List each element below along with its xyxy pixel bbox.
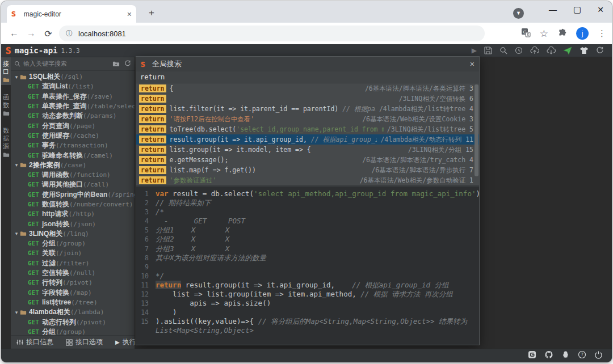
push-send-icon[interactable] (563, 46, 572, 55)
tree-api-item[interactable]: GET动态参数判断(/params) (11, 111, 135, 121)
tree-api-item[interactable]: GET使用Spring中的Bean(/spring (11, 190, 135, 200)
tree-api-item[interactable]: GET分页查询(/page) (11, 121, 135, 130)
close-button[interactable]: ✕ (589, 1, 612, 18)
tree-folder[interactable]: ▾2操作案例(/case) (11, 160, 135, 170)
forward-icon[interactable]: → (23, 28, 40, 39)
search-result-row[interactable]: returnlist.map(f => f.get())/6基本语法/脚本语法/… (136, 165, 479, 175)
api-path: (/page) (69, 122, 95, 130)
extensions-puzzle-icon[interactable] (557, 28, 567, 40)
modal-close-icon[interactable]: × (470, 60, 475, 69)
translate-icon[interactable]: G (521, 28, 531, 40)
execute-button[interactable]: ▶执行 (115, 337, 135, 347)
save-icon[interactable] (484, 46, 492, 54)
api-name: 数值转换 (42, 200, 69, 209)
upload-cloud-icon[interactable] (530, 46, 539, 54)
search-result-row-selected[interactable]: returnresult.group(it => it.api_group_id… (136, 134, 479, 145)
search-result-row[interactable]: return/3LINQ相关/空值转换 6 (136, 94, 479, 104)
tree-api-item[interactable]: GET关联(/join) (11, 248, 135, 258)
tree-api-item[interactable]: GET分组(/group) (11, 239, 135, 248)
tree-folder[interactable]: ▾4lambda相关(/lambda) (11, 307, 135, 317)
chevron-down-icon[interactable]: ▾ (13, 74, 20, 80)
tree-api-item[interactable]: GET行转列(/pivot) (11, 278, 135, 287)
help-icon[interactable]: ? (578, 350, 586, 361)
bookmark-star-icon[interactable]: ☆ (540, 28, 548, 40)
profile-avatar[interactable]: j (576, 27, 589, 40)
power-logout-icon[interactable] (594, 350, 603, 361)
side-tab-active[interactable]: 接口 (1, 57, 11, 85)
search-result-row[interactable]: returntoTree(db.select('select id,group_… (136, 124, 479, 134)
tree-api-item[interactable]: GET驼峰命名转换(/camel) (11, 150, 135, 160)
search-result-row[interactable]: return'参数验证通过'/6基本语法/Web相关/参数自动验证 1 (136, 175, 479, 185)
new-group-folder-icon[interactable] (112, 59, 120, 69)
browser-tab[interactable]: S magic-editor × (7, 5, 136, 23)
browser-menu-icon[interactable]: ⋮ (598, 28, 606, 39)
run-play-icon[interactable]: ▶ (472, 46, 477, 54)
tree-api-item[interactable]: GET动态行转列(/pivot) (11, 317, 135, 327)
api-path: (/filter) (56, 260, 90, 267)
side-tab-item[interactable]: 函数 (1, 91, 11, 118)
search-result-row[interactable]: returne.getMessage();/6基本语法/脚本语法/try_cat… (136, 155, 479, 165)
download-indicator-icon[interactable]: ▼ (513, 8, 524, 19)
theme-tshirt-icon[interactable] (580, 46, 589, 54)
search-input[interactable]: 输入关键字搜索 (23, 60, 112, 68)
api-path: (/pivot) (62, 279, 93, 286)
url-input[interactable]: ⓘ localhost:8081 (59, 26, 485, 41)
result-code-text: e.getMessage(); (170, 156, 359, 164)
result-location: /6基本语法/Web相关/参数自动验证 1 (360, 176, 473, 185)
search-icon[interactable] (499, 46, 507, 54)
tab-close-icon[interactable]: × (127, 10, 132, 19)
minimize-button[interactable]: — (541, 1, 564, 18)
tree-api-item[interactable]: GET调用函数(/function) (11, 170, 135, 180)
tree-api-item[interactable]: GET调用其他接口(/call) (11, 180, 135, 189)
code-line: 7分组3 X X (136, 244, 479, 253)
tree-folder[interactable]: ▾1SQL相关(/sql) (11, 72, 135, 82)
api-info-button[interactable]: 接口信息 (16, 337, 53, 347)
search-result-row[interactable]: returnlist.filter(it => it.parent_id == … (136, 104, 479, 114)
global-search-input[interactable]: return (136, 71, 479, 83)
site-info-icon[interactable]: ⓘ (66, 29, 73, 39)
search-result-row[interactable]: returnlist.group(it => it.model, item =>… (136, 145, 479, 155)
tree-api-item[interactable]: GET查询List(/list) (11, 82, 135, 91)
tree-folder[interactable]: ▾3LINQ相关(/linq) (11, 229, 135, 239)
code-line: 6分组2 X X (136, 235, 479, 244)
new-tab-button[interactable]: + (144, 6, 159, 20)
refresh-icon[interactable] (596, 46, 604, 54)
modal-header[interactable]: S 全局搜索 × (136, 57, 479, 71)
tree-api-item[interactable]: GETlist转tree(/tree) (11, 298, 135, 307)
qq-icon[interactable] (561, 350, 570, 361)
tree-api-item[interactable]: GETjson转换(/json) (11, 219, 135, 228)
download-cloud-icon[interactable] (547, 46, 556, 54)
tree-api-item[interactable]: GET使用缓存(/cache) (11, 131, 135, 141)
gitee-icon[interactable] (528, 350, 536, 361)
history-clock-icon[interactable] (515, 46, 523, 54)
tree-api-item[interactable]: GET过滤(/filter) (11, 259, 135, 268)
refresh-tree-icon[interactable] (124, 59, 131, 69)
method-badge: GET (28, 171, 39, 179)
chevron-down-icon[interactable]: ▾ (13, 231, 20, 236)
tree-api-item[interactable]: GET事务(/transaction) (11, 141, 135, 150)
api-tree: ▾1SQL相关(/sql)GET查询List(/list)GET单表操作_保存(… (11, 71, 135, 335)
github-icon[interactable] (544, 350, 553, 361)
tree-api-item[interactable]: GET数值转换(/number/convert) (11, 200, 135, 209)
api-options-button[interactable]: 接口选项 (66, 337, 103, 347)
side-tab-item[interactable]: 数据源 (1, 124, 11, 160)
back-icon[interactable]: ← (6, 28, 23, 39)
tree-api-item[interactable]: GET单表操作_保存(/save) (11, 92, 135, 101)
method-badge: GET (28, 299, 39, 306)
tree-api-item[interactable]: GET空值转换(/null) (11, 268, 135, 278)
chevron-down-icon[interactable]: ▾ (13, 310, 20, 315)
search-result-row[interactable]: return'请按F12后在控制台中查看'/6基本语法/Web相关/设置Cook… (136, 114, 479, 124)
code-preview[interactable]: 1var result = db.select('select api_meth… (136, 187, 479, 345)
chevron-down-icon[interactable]: ▾ (13, 162, 20, 168)
code-text: 分组1 X X (156, 226, 229, 235)
tree-api-item[interactable]: GEThttp请求(/http) (11, 209, 135, 219)
reload-icon[interactable]: ⟳ (40, 28, 57, 39)
maximize-button[interactable]: ▢ (566, 1, 589, 18)
tree-api-item[interactable]: GET字段转换(/map) (11, 288, 135, 298)
code-text: */ (156, 272, 164, 281)
tree-api-item[interactable]: GET分组(/group) (11, 327, 135, 335)
code-line: 11return result.group(it => it.api_group… (136, 281, 479, 290)
search-result-row[interactable]: return{/6基本语法/脚本语法/各类运算符 3 (136, 83, 479, 94)
tree-api-item[interactable]: GET单表操作_查询(/table/select (11, 101, 135, 111)
results-scrollbar[interactable] (475, 84, 478, 176)
